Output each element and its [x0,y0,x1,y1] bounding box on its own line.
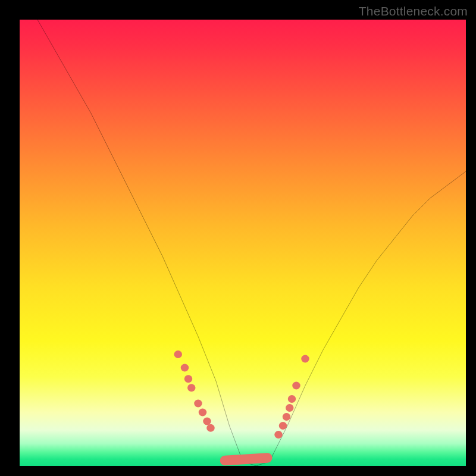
data-marker [174,350,182,358]
data-marker [203,418,211,425]
plot-area [20,20,466,466]
data-marker [184,375,193,383]
data-marker [206,424,215,432]
data-marker [220,456,230,465]
data-markers [174,350,309,465]
data-marker [301,355,309,363]
data-marker [288,395,296,403]
data-marker [194,400,202,408]
watermark-text: TheBottleneck.com [359,4,468,18]
chart-frame: TheBottleneck.com [0,0,476,476]
data-marker [262,453,272,462]
data-marker [279,422,287,430]
data-marker [187,384,195,392]
curve-layer [20,20,466,466]
data-marker [199,409,206,416]
data-marker [283,413,291,421]
data-marker [286,404,293,412]
data-marker-pill [225,458,267,461]
data-marker [181,364,189,372]
data-marker [292,382,300,390]
data-marker [274,431,282,439]
bottleneck-curve [37,20,466,466]
